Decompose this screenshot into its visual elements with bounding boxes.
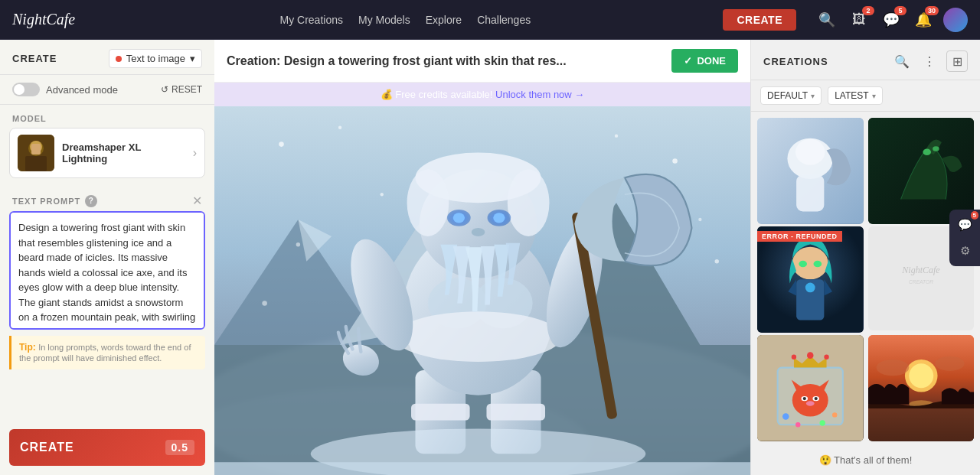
svg-point-42 <box>715 259 719 263</box>
center-panel: Creation: Design a towering frost giant … <box>214 40 750 475</box>
svg-rect-80 <box>868 405 975 441</box>
model-thumb-image <box>18 135 54 171</box>
svg-rect-16 <box>486 404 545 421</box>
svg-point-26 <box>508 169 550 236</box>
more-icon: ⋮ <box>923 54 936 69</box>
side-icon-panel: 💬 5 ⚙ <box>949 210 980 266</box>
all-done-text: 😲 That's all of them! <box>819 454 913 466</box>
model-info: Dreamshaper XL Lightning <box>62 142 185 164</box>
svg-point-34 <box>279 142 284 147</box>
more-options-button[interactable]: ⋮ <box>919 50 940 72</box>
clear-prompt-button[interactable]: ✕ <box>192 194 202 208</box>
creation-thumb-2[interactable] <box>868 118 975 224</box>
svg-point-38 <box>296 242 300 246</box>
svg-rect-2 <box>25 156 47 171</box>
sort-filter-label: DEFAULT <box>767 90 808 101</box>
nav-icons: 🔍 🖼 2 💬 5 🔔 30 <box>815 8 968 32</box>
model-chevron-icon: › <box>193 146 197 160</box>
all-done-row: 😲 That's all of them! <box>751 445 980 475</box>
svg-point-72 <box>795 422 800 427</box>
logo[interactable]: NightCafe <box>12 11 75 28</box>
creation-thumb-6[interactable] <box>868 335 975 441</box>
search-icon: 🔍 <box>818 11 835 28</box>
svg-point-30 <box>493 213 505 223</box>
nav-create-button[interactable]: CREATE <box>723 9 796 31</box>
prompt-help-button[interactable]: ? <box>85 195 97 207</box>
time-filter-label: LATEST <box>835 90 868 101</box>
left-panel: CREATE Text to image ▾ Advanced mode ↺ R… <box>0 40 214 475</box>
creation-thumb-1[interactable] <box>757 118 864 224</box>
advanced-mode-row: Advanced mode ↺ RESET <box>0 75 214 105</box>
main-image-area <box>214 106 750 475</box>
svg-point-48 <box>795 139 825 165</box>
error-badge: ERROR - REFUNDED <box>757 231 842 242</box>
creation-thumb-5[interactable] <box>757 335 864 441</box>
svg-point-50 <box>923 148 931 155</box>
nav-challenges[interactable]: Challenges <box>477 14 531 26</box>
svg-point-20 <box>394 311 562 362</box>
svg-point-69 <box>815 397 818 400</box>
svg-point-77 <box>909 363 933 388</box>
svg-point-64 <box>824 355 828 360</box>
creation-thumb-3[interactable]: ERROR - REFUNDED <box>757 226 864 333</box>
svg-point-78 <box>876 360 909 376</box>
toggle-knob <box>14 84 24 95</box>
left-panel-header: CREATE Text to image ▾ <box>0 40 214 75</box>
unlock-link[interactable]: Unlock them now → <box>495 89 584 100</box>
filter-row: DEFAULT ▾ LATEST ▾ <box>751 80 980 112</box>
svg-point-40 <box>698 218 701 221</box>
svg-text:NightCafe: NightCafe <box>901 265 940 275</box>
svg-point-31 <box>472 228 485 236</box>
layout-icon: ⊞ <box>952 54 962 69</box>
help-icon: ? <box>89 197 94 205</box>
mode-dot <box>116 56 122 62</box>
done-button[interactable]: ✓ DONE <box>671 49 738 73</box>
main-layout: CREATE Text to image ▾ Advanced mode ↺ R… <box>0 40 980 475</box>
tip-text: In long prompts, words toward the end of… <box>19 343 191 363</box>
create-cost: 0.5 <box>165 440 194 455</box>
advanced-mode-toggle[interactable] <box>12 83 40 96</box>
reset-button[interactable]: ↺ RESET <box>161 84 202 95</box>
chat-button[interactable]: 💬 5 <box>879 8 903 32</box>
text-prompt-label: TEXT PROMPT <box>12 197 80 206</box>
prompt-label-row: TEXT PROMPT ? <box>12 195 97 207</box>
nav-links: My Creations My Models Explore Challenge… <box>106 14 704 26</box>
model-name: Dreamshaper XL Lightning <box>62 142 185 164</box>
mode-selector[interactable]: Text to image ▾ <box>109 49 202 68</box>
advanced-mode-label: Advanced mode <box>46 84 118 96</box>
image-stack-button[interactable]: 🖼 2 <box>847 8 871 32</box>
model-section-label: MODEL <box>0 105 214 128</box>
layout-button[interactable]: ⊞ <box>946 50 968 72</box>
chat-badge: 5 <box>894 6 906 15</box>
svg-point-53 <box>792 247 828 280</box>
time-filter[interactable]: LATEST ▾ <box>828 86 882 105</box>
svg-point-35 <box>338 126 341 129</box>
nav-my-creations[interactable]: My Creations <box>280 14 343 26</box>
search-creations-button[interactable]: 🔍 <box>891 50 913 72</box>
svg-rect-4 <box>31 144 41 155</box>
create-button-label: CREATE <box>20 441 74 454</box>
free-credits-bar: 💰 Free credits available! Unlock them no… <box>214 83 750 106</box>
model-selector[interactable]: Dreamshaper XL Lightning › <box>9 128 205 178</box>
side-chat-button[interactable]: 💬 5 <box>952 213 977 237</box>
svg-point-68 <box>803 397 806 400</box>
prompt-textarea[interactable]: Design a towering frost giant with skin … <box>9 211 205 330</box>
side-settings-button[interactable]: ⚙ <box>952 239 977 263</box>
nav-explore[interactable]: Explore <box>426 14 462 26</box>
model-thumbnail <box>18 135 54 171</box>
create-button[interactable]: CREATE 0.5 <box>9 429 205 466</box>
free-credits-text: 💰 Free credits available! <box>381 89 493 100</box>
svg-point-37 <box>615 134 618 137</box>
svg-point-74 <box>832 412 837 417</box>
check-icon: ✓ <box>684 55 692 67</box>
creations-grid: ERROR - REFUNDED <box>751 112 980 445</box>
nav-my-models[interactable]: My Models <box>358 14 410 26</box>
sort-filter[interactable]: DEFAULT ▾ <box>760 86 822 105</box>
svg-point-54 <box>799 261 807 268</box>
right-header-icons: 🔍 ⋮ ⊞ <box>891 50 968 72</box>
svg-text:CREATOR: CREATOR <box>909 279 933 285</box>
user-avatar[interactable] <box>943 8 968 32</box>
notification-button[interactable]: 🔔 30 <box>911 8 936 32</box>
search-button[interactable]: 🔍 <box>815 8 839 32</box>
notification-badge: 30 <box>925 6 939 15</box>
